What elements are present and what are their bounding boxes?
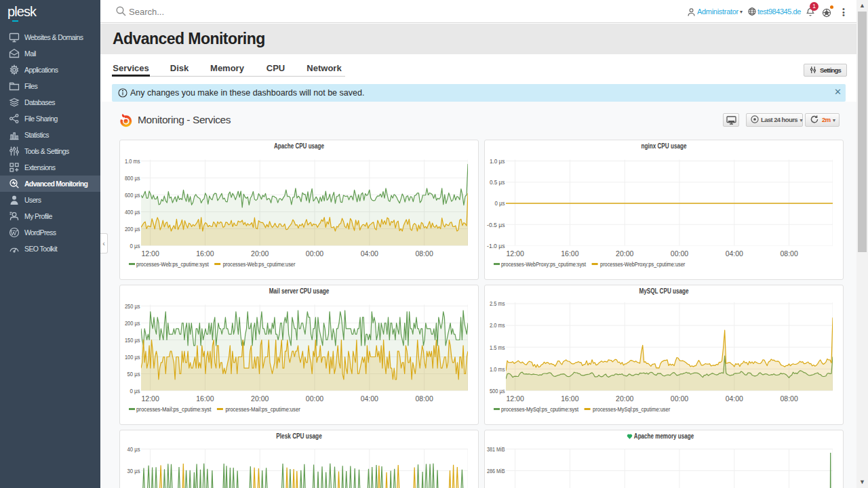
svg-text:1.0 ms: 1.0 ms bbox=[490, 365, 505, 373]
svg-text:16:00: 16:00 bbox=[196, 249, 214, 258]
svg-text:12:00: 12:00 bbox=[506, 249, 524, 258]
svg-text:processes-Mail:ps_cputime:user: processes-Mail:ps_cputime:user bbox=[225, 405, 300, 413]
svg-text:600 µs: 600 µs bbox=[125, 191, 140, 199]
svg-text:12:00: 12:00 bbox=[141, 394, 159, 403]
svg-text:processes-Web:ps_cputime:user: processes-Web:ps_cputime:user bbox=[223, 260, 296, 268]
svg-text:12:00: 12:00 bbox=[506, 394, 524, 403]
svg-text:800 µs: 800 µs bbox=[125, 174, 140, 182]
svg-text:16:00: 16:00 bbox=[196, 394, 214, 403]
svg-text:200 µs: 200 µs bbox=[125, 319, 140, 327]
svg-text:00:00: 00:00 bbox=[306, 394, 323, 403]
svg-text:-1.0 µs: -1.0 µs bbox=[487, 242, 505, 249]
svg-text:0.5 µs: 0.5 µs bbox=[490, 178, 505, 186]
svg-text:04:00: 04:00 bbox=[726, 249, 743, 258]
svg-text:Apache memory usage: Apache memory usage bbox=[634, 432, 694, 440]
svg-text:16:00: 16:00 bbox=[561, 394, 578, 403]
svg-text:Mail server CPU usage: Mail server CPU usage bbox=[269, 287, 330, 295]
svg-text:00:00: 00:00 bbox=[671, 394, 688, 403]
svg-text:processes-Web:ps_cputime:syst: processes-Web:ps_cputime:syst bbox=[136, 260, 209, 268]
svg-text:16:00: 16:00 bbox=[561, 249, 578, 258]
svg-text:286 MiB: 286 MiB bbox=[487, 467, 505, 474]
svg-text:250 µs: 250 µs bbox=[125, 302, 140, 310]
svg-text:1.0 ms: 1.0 ms bbox=[125, 157, 140, 165]
svg-text:Plesk CPU usage: Plesk CPU usage bbox=[276, 432, 322, 440]
svg-text:2.0 ms: 2.0 ms bbox=[490, 321, 505, 329]
svg-text:1.5 ms: 1.5 ms bbox=[490, 344, 505, 351]
svg-text:12:00: 12:00 bbox=[141, 249, 159, 258]
svg-text:processes-MySql:ps_cputime:sys: processes-MySql:ps_cputime:syst bbox=[501, 405, 578, 413]
svg-text:1.0 µs: 1.0 µs bbox=[490, 157, 505, 165]
svg-text:20:00: 20:00 bbox=[251, 249, 269, 258]
svg-text:400 µs: 400 µs bbox=[125, 208, 140, 216]
svg-text:2.5 ms: 2.5 ms bbox=[490, 300, 505, 307]
svg-text:50 µs: 50 µs bbox=[127, 370, 140, 378]
svg-text:00:00: 00:00 bbox=[671, 249, 688, 258]
svg-text:Apache CPU usage: Apache CPU usage bbox=[274, 142, 324, 150]
svg-text:processes-Mail:ps_cputime:syst: processes-Mail:ps_cputime:syst bbox=[136, 405, 212, 413]
svg-text:processes-WebProxy:ps_cputime:: processes-WebProxy:ps_cputime:syst bbox=[501, 260, 586, 268]
svg-text:nginx CPU usage: nginx CPU usage bbox=[642, 142, 687, 150]
svg-text:processes-MySql:ps_cputime:use: processes-MySql:ps_cputime:user bbox=[593, 405, 670, 413]
svg-text:150 µs: 150 µs bbox=[125, 336, 140, 344]
svg-text:processes-WebProxy:ps_cputime:: processes-WebProxy:ps_cputime:user bbox=[600, 260, 685, 268]
svg-text:200 µs: 200 µs bbox=[125, 225, 140, 232]
svg-text:500 µs: 500 µs bbox=[490, 387, 505, 394]
svg-text:30 µs: 30 µs bbox=[127, 467, 140, 474]
svg-text:100 µs: 100 µs bbox=[125, 353, 140, 361]
svg-text:00:00: 00:00 bbox=[306, 249, 323, 258]
svg-text:04:00: 04:00 bbox=[361, 249, 378, 258]
svg-text:08:00: 08:00 bbox=[780, 249, 797, 258]
svg-text:-0.5 µs: -0.5 µs bbox=[487, 221, 505, 228]
svg-text:08:00: 08:00 bbox=[415, 249, 433, 258]
svg-text:04:00: 04:00 bbox=[726, 394, 743, 403]
svg-text:20:00: 20:00 bbox=[616, 249, 633, 258]
svg-text:20:00: 20:00 bbox=[616, 394, 633, 403]
svg-text:0 µs: 0 µs bbox=[130, 387, 140, 394]
svg-text:0 µs: 0 µs bbox=[494, 199, 505, 207]
svg-text:08:00: 08:00 bbox=[415, 394, 433, 403]
svg-text:20:00: 20:00 bbox=[251, 394, 269, 403]
svg-text:381 MiB: 381 MiB bbox=[487, 445, 505, 453]
svg-text:04:00: 04:00 bbox=[361, 394, 378, 403]
svg-text:08:00: 08:00 bbox=[780, 394, 797, 403]
svg-text:MySQL CPU usage: MySQL CPU usage bbox=[639, 287, 689, 295]
svg-text:0 µs: 0 µs bbox=[130, 242, 140, 249]
svg-text:40 µs: 40 µs bbox=[127, 445, 140, 453]
